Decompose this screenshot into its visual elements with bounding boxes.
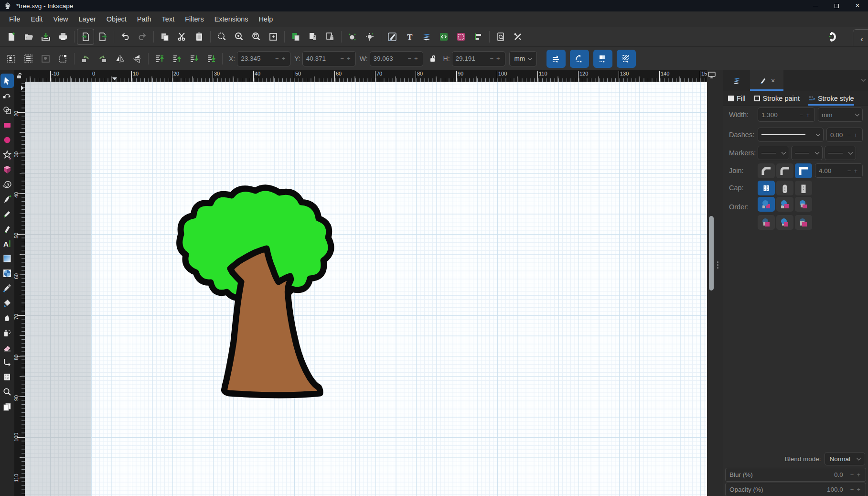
miter-limit-field[interactable]: 4.00 −+ (815, 163, 863, 178)
document-properties-button[interactable] (492, 29, 509, 45)
join-miter-button[interactable] (795, 163, 812, 178)
menu-path[interactable]: Path (132, 11, 157, 27)
x-field[interactable]: 23.345−+ (237, 51, 290, 66)
unit-dropdown[interactable]: mm (509, 51, 537, 66)
menu-text[interactable]: Text (157, 11, 180, 27)
object-properties-button[interactable] (287, 29, 304, 45)
raise-button[interactable] (168, 51, 185, 67)
rotate-ccw-button[interactable] (77, 51, 94, 67)
paste-button[interactable] (191, 29, 208, 45)
marker-start-dropdown[interactable] (758, 146, 789, 160)
marker-mid-dropdown[interactable] (791, 146, 823, 160)
tool-text[interactable]: A (0, 237, 14, 251)
import-button[interactable] (77, 29, 94, 45)
menu-view[interactable]: View (48, 11, 73, 27)
tool-spiral[interactable] (0, 177, 14, 192)
close-button[interactable]: × (847, 0, 868, 11)
zoom-page-button[interactable] (247, 29, 265, 45)
copy-button[interactable] (156, 29, 173, 45)
blur-increment[interactable]: + (855, 471, 862, 478)
tool-dropper[interactable] (0, 281, 14, 295)
dash-offset-decrement[interactable]: − (846, 131, 853, 139)
miter-increment[interactable]: + (852, 167, 859, 174)
stroke-width-field[interactable]: 1.300 −+ (758, 108, 815, 122)
menu-filters[interactable]: Filters (180, 11, 209, 27)
menu-extensions[interactable]: Extensions (209, 11, 254, 27)
lower-button[interactable] (185, 51, 203, 67)
order-stroke-fill-markers-button[interactable] (776, 197, 793, 212)
width-decrement[interactable]: − (798, 111, 805, 119)
order-variant-4-button[interactable] (758, 215, 775, 230)
dash-pattern-dropdown[interactable] (758, 128, 824, 142)
tool-3dbox[interactable] (0, 162, 14, 177)
ruler-vertical[interactable]: 2030405060708090100110 (14, 82, 25, 496)
tool-node-editor[interactable] (0, 88, 14, 103)
canvas[interactable] (25, 82, 707, 496)
new-document-button[interactable] (3, 29, 20, 45)
dock-tab-fill-stroke[interactable]: × (750, 70, 783, 91)
tool-paint-bucket[interactable] (0, 296, 14, 310)
h-increment[interactable]: + (495, 55, 502, 62)
join-bevel-button[interactable] (758, 163, 775, 178)
move-gradients-toggle[interactable] (593, 50, 612, 68)
tool-spray[interactable] (0, 325, 14, 340)
order-fill-stroke-markers-button[interactable] (758, 197, 775, 212)
opacity-decrement[interactable]: − (849, 486, 856, 493)
minimize-button[interactable] (805, 0, 826, 11)
tool-rectangle[interactable] (0, 118, 14, 132)
width-increment[interactable]: + (804, 111, 811, 119)
fill-stroke-dialog-button[interactable] (384, 29, 401, 45)
flip-vertical-button[interactable] (129, 51, 146, 67)
stroke-width-unit-dropdown[interactable]: mm (818, 108, 863, 122)
panel-splitter-handle[interactable] (717, 261, 718, 269)
dock-tab-close[interactable]: × (771, 77, 775, 85)
zoom-selection-button[interactable] (213, 29, 230, 45)
tool-eraser[interactable] (0, 340, 14, 355)
selectors-css-button[interactable] (452, 29, 470, 45)
xml-editor-button[interactable] (435, 29, 452, 45)
text-dialog-button[interactable]: T (401, 29, 418, 45)
undo-button[interactable] (117, 29, 134, 45)
y-decrement[interactable]: − (339, 55, 346, 62)
x-decrement[interactable]: − (274, 55, 280, 62)
preferences-button[interactable] (509, 29, 526, 45)
align-distribute-button[interactable] (470, 29, 487, 45)
tool-star[interactable] (0, 148, 14, 162)
cap-square-button[interactable] (795, 181, 812, 195)
tool-selector[interactable] (0, 74, 14, 88)
lock-ratio-toggle[interactable] (426, 51, 439, 67)
tool-calligraphy[interactable] (0, 222, 14, 236)
group-button[interactable] (344, 29, 361, 45)
y-field[interactable]: 40.371−+ (302, 51, 356, 66)
blur-slider-row[interactable]: Blur (%) 0.0 −+ (725, 468, 866, 482)
menu-edit[interactable]: Edit (25, 11, 48, 27)
menu-object[interactable]: Object (101, 11, 132, 27)
w-decrement[interactable]: − (406, 55, 413, 62)
tool-measure[interactable] (0, 370, 14, 384)
w-field[interactable]: 39.063−+ (370, 51, 423, 66)
redo-button[interactable] (134, 29, 151, 45)
menu-file[interactable]: File (4, 11, 25, 27)
tab-fill[interactable]: Fill (728, 91, 746, 106)
tool-pages[interactable] (0, 399, 14, 414)
h-field[interactable]: 29.191−+ (452, 51, 505, 66)
cap-butt-button[interactable] (758, 181, 775, 195)
tool-pen[interactable] (0, 192, 14, 206)
menu-help[interactable]: Help (254, 11, 279, 27)
zoom-drawing-button[interactable] (230, 29, 247, 45)
order-variant-6-button[interactable] (795, 215, 812, 230)
select-all-button[interactable] (3, 51, 20, 67)
duplicate-button[interactable] (304, 29, 321, 45)
tree-drawing[interactable] (174, 184, 337, 401)
tool-mesh-gradient[interactable] (0, 266, 14, 280)
blur-decrement[interactable]: − (849, 471, 856, 478)
opacity-increment[interactable]: + (855, 486, 862, 493)
selection-touch-button[interactable] (54, 51, 72, 67)
dash-offset-field[interactable]: 0.00 −+ (826, 128, 863, 142)
dock-tab-layers[interactable] (723, 70, 750, 91)
opacity-slider-row[interactable]: Opacity (%) 100.0 −+ (725, 483, 866, 496)
clone-button[interactable] (321, 29, 339, 45)
h-decrement[interactable]: − (488, 55, 495, 62)
join-round-button[interactable] (776, 163, 793, 178)
tab-stroke-style[interactable]: Stroke style (808, 91, 854, 106)
